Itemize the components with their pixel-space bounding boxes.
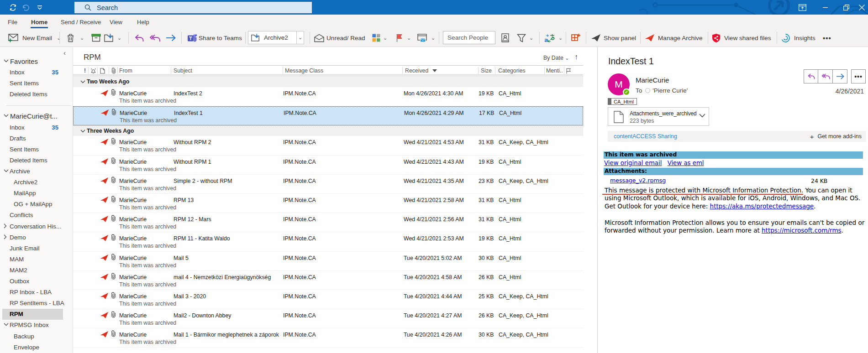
new-email-button[interactable]: New Email ⌄ [8, 29, 61, 47]
mentions-column-header[interactable]: Menti... [546, 66, 563, 76]
view-original-email-link[interactable]: View original email [604, 160, 662, 166]
categorize-button[interactable]: ⌄ [372, 29, 387, 47]
view-as-eml-link[interactable]: View as eml [668, 160, 704, 166]
sidebar-item-archive2[interactable]: Archive2 [0, 177, 73, 188]
address-book-button[interactable] [501, 29, 509, 47]
forward-button[interactable] [166, 29, 176, 47]
share-to-teams-button[interactable]: Share to Teams [187, 29, 242, 47]
sidebar-item-favorites[interactable]: Favorites [0, 56, 73, 67]
message-row[interactable]: MarieCurie RPM 11 - Katita Waldo IPM.Not… [73, 232, 583, 251]
message-row[interactable]: MarieCurie Mail 1 - Bármikor meglephetne… [73, 328, 583, 348]
sidebar-item-drafts[interactable]: Drafts [0, 133, 73, 144]
collapse-pane-icon[interactable]: ‹ [63, 49, 66, 57]
chevron-down-icon[interactable] [4, 59, 9, 62]
quick-steps-combo[interactable]: Archive2 ⌄ [248, 31, 304, 44]
sidebar-item-mariecurie-t[interactable]: MarieCurie@t... [0, 111, 73, 122]
sidebar-item-rp-sentitems-lba[interactable]: RP SentItems - LBA [0, 298, 73, 309]
flag-column-header[interactable] [566, 66, 571, 76]
rpmsg-attachment-link[interactable]: message_v2.rpmsg [610, 177, 666, 184]
view-shared-files-button[interactable]: View shared files [712, 29, 771, 47]
rules-button[interactable]: ⌄ [417, 29, 435, 47]
sidebar-item-archive[interactable]: Archive [0, 166, 73, 177]
archive-button[interactable] [91, 29, 101, 47]
categories-column-header[interactable]: Categories [498, 66, 525, 76]
undo-icon[interactable] [22, 4, 29, 11]
sidebar-item-inbox[interactable]: Inbox35 [0, 122, 73, 133]
sort-ascending-icon[interactable]: ↑ [574, 53, 578, 61]
item-type-column-header[interactable] [100, 66, 105, 76]
sidebar-item-conversation-his[interactable]: Conversation His... [0, 221, 73, 232]
sidebar-item-envelope[interactable]: Envelope [0, 342, 73, 353]
chevron-down-icon[interactable] [4, 114, 9, 117]
chevron-right-icon[interactable] [4, 234, 7, 239]
tab-view[interactable]: View [110, 15, 122, 29]
sidebar-item-mam2[interactable]: MAM2 [0, 265, 73, 275]
body-hyperlink[interactable]: https://microsoft.com/rms [762, 227, 842, 234]
message-class-column-header[interactable]: Message Class [285, 66, 323, 76]
search-people-input[interactable]: Search People [443, 31, 495, 44]
chevron-right-icon[interactable] [4, 223, 7, 228]
sort-by-button[interactable]: By Date ⌄ [543, 55, 569, 61]
message-row[interactable]: MarieCurie RPM 13 IPM.Note.CA Wed 4/21/2… [73, 194, 583, 213]
message-row[interactable]: MarieCurie IndexTest 1 IPM.Note.CA Mon 4… [73, 106, 583, 125]
message-row[interactable]: MarieCurie Without RPM 2 IPM.Note.CA Wed… [73, 136, 583, 155]
group-header[interactable]: Two Weeks Ago [73, 76, 583, 87]
customize-qat-icon[interactable] [37, 5, 42, 10]
sidebar-item-backup[interactable]: Backup [0, 331, 73, 342]
attachment-card[interactable]: Attachments_were_archived 223 bytes [608, 107, 709, 126]
tab-file[interactable]: File [8, 15, 17, 29]
attachment-column-header[interactable] [111, 66, 116, 76]
from-column-header[interactable]: From [119, 66, 132, 76]
more-commands-button[interactable]: ••• [823, 29, 831, 47]
sidebar-item-rpmsg-inbox[interactable]: RPMSG Inbox [0, 320, 73, 331]
sidebar-item-sent-items[interactable]: Sent Items [0, 144, 73, 155]
search-input[interactable]: Search [74, 2, 312, 13]
sidebar-item-deleted-items[interactable]: Deleted Items [0, 89, 73, 100]
message-row[interactable]: MarieCurie IndexTest 2 IPM.Note.CA Mon 4… [73, 87, 583, 106]
subject-column-header[interactable]: Subject [174, 66, 192, 76]
message-row[interactable]: MarieCurie mail 4 - Nemzetközi Energiaüg… [73, 271, 583, 290]
restore-icon[interactable] [836, 0, 856, 15]
recipient-name[interactable]: 'Pierre Curie' [652, 87, 688, 94]
unread-read-button[interactable]: Unread/ Read [314, 29, 365, 47]
received-column-header[interactable]: Received [405, 66, 437, 76]
send-receive-icon[interactable] [9, 4, 17, 11]
close-icon[interactable] [856, 0, 868, 15]
sidebar-item-conflicts[interactable]: Conflicts [0, 210, 73, 221]
manage-archive-button[interactable]: Manage Archive [645, 29, 702, 47]
filter-email-button[interactable]: ⌄ [517, 29, 533, 47]
sidebar-item-outbox[interactable]: Outbox [0, 276, 73, 287]
sidebar-item-inbox[interactable]: Inbox35 [0, 67, 73, 78]
message-row[interactable]: MarieCurie Mail 5 IPM.Note.CA Tue 4/20/2… [73, 252, 583, 271]
chevron-down-icon[interactable] [4, 169, 9, 172]
reply-button[interactable] [134, 29, 144, 47]
message-row[interactable]: MarieCurie Mail 3 - 2020 IPM.Note.CA Tue… [73, 290, 583, 309]
chevron-down-icon[interactable] [699, 114, 705, 118]
message-row[interactable]: MarieCurie Simple 2 - without RPM IPM.No… [73, 175, 583, 194]
show-panel-button[interactable]: Show panel [591, 29, 636, 47]
contentaccess-sharing-link[interactable]: contentACCESS Sharing [614, 133, 677, 140]
minimize-icon[interactable] [815, 0, 836, 15]
group-header[interactable]: Three Weeks Ago [73, 125, 583, 136]
tab-home[interactable]: Home [31, 15, 47, 29]
sidebar-item-deleted-items[interactable]: Deleted Items [0, 155, 73, 166]
tab-send-receive[interactable]: Send / Receive [61, 15, 101, 29]
get-more-addins-button[interactable]: + Get more add-ins [810, 133, 862, 140]
sidebar-item-mam[interactable]: MAM [0, 254, 73, 265]
sidebar-item-rp-inbox-lba[interactable]: RP Inbox - LBA [0, 287, 73, 298]
get-add-ins-button[interactable] [571, 29, 580, 47]
translate-button[interactable]: a ⌄ [544, 29, 563, 47]
follow-up-button[interactable]: ⌄ [395, 29, 411, 47]
sidebar-item-rpm[interactable]: RPM [0, 309, 73, 320]
sidebar-item-og-mailapp[interactable]: OG + MailApp [0, 199, 73, 210]
message-row[interactable]: MarieCurie Mail2 - Downton Abbey IPM.Not… [73, 309, 583, 328]
chevron-down-icon[interactable] [4, 323, 9, 326]
ribbon-display-options-icon[interactable] [792, 0, 812, 15]
tab-help[interactable]: Help [137, 15, 149, 29]
forward-button[interactable] [833, 69, 847, 83]
sidebar-item-demo[interactable]: Demo [0, 232, 73, 243]
more-actions-button[interactable]: ••• [851, 69, 866, 83]
sidebar-item-sent-items[interactable]: Sent Items [0, 78, 73, 89]
sidebar-item-mailapp[interactable]: MailApp [0, 188, 73, 199]
reminder-column-header[interactable] [90, 66, 96, 76]
